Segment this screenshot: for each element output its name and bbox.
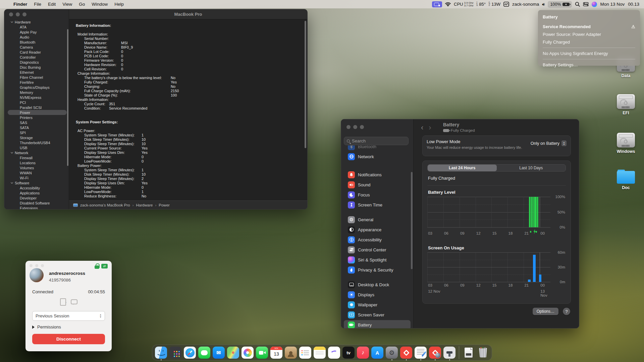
tab-last-10-days[interactable]: Last 10 Days [497,165,566,171]
sidebar-item-pci[interactable]: PCI [4,100,69,105]
cpu-status[interactable]: CPU 3.9 Ghz3.7 Ghz [454,2,473,7]
sidebar-item-locations[interactable]: Locations [4,160,69,165]
sidebar-item-siri-spotlight[interactable]: Siri & Spotlight [344,255,411,265]
sidebar-item-spi[interactable]: SPI [4,130,69,135]
sidebar-item-card-reader[interactable]: Card Reader [4,50,69,55]
chat-icon[interactable] [71,299,77,304]
file-transfer-icon[interactable] [60,298,66,306]
menu-help[interactable]: Help [111,2,127,7]
sidebar-item-accessibility[interactable]: Accessibility [344,235,411,245]
disconnect-button[interactable]: Disconnect [32,334,105,344]
dock-app-app-store[interactable]: A [371,347,383,359]
settings-traffic-lights[interactable] [346,125,364,129]
sidebar-item-camera[interactable]: Camera [4,45,69,50]
sidebar-item-parallel-scsi[interactable]: Parallel SCSI [4,105,69,110]
sidebar-item-sound[interactable]: Sound [344,180,411,190]
volume-icon[interactable]: 🔊︎ [542,2,545,7]
dock-app-contacts[interactable] [285,347,297,359]
minimize-button[interactable] [353,125,357,129]
sidebar-item-privacy-security[interactable]: Privacy & Security [344,265,411,275]
anydesk-traffic-lights[interactable] [30,264,44,267]
sidebar-item-ethernet[interactable]: Ethernet [4,70,69,75]
dock-app-reminders[interactable] [299,347,311,359]
sidebar-item-usb[interactable]: USB [4,145,69,150]
activity-graph-icon[interactable] [503,2,509,7]
dock-app-music[interactable]: ♪ [357,347,369,359]
sidebar-item-memory[interactable]: Memory [4,90,69,95]
sidebar-item-diagnostics[interactable]: Diagnostics [4,60,69,65]
sidebar-item-fibre-channel[interactable]: Fibre Channel [4,75,69,80]
sidebar-item-focus[interactable]: Focus [344,190,411,200]
menu-file[interactable]: File [31,2,45,7]
dock-app-facetime[interactable] [256,347,268,359]
sidebar-item-bluetooth[interactable]: Bluetooth [344,145,411,152]
session-select[interactable]: Previous Session ▲▼ [32,311,105,321]
sysinfo-titlebar[interactable]: MacBook Pro [69,9,307,19]
desktop-icon-efi[interactable]: EFI [616,94,636,115]
desktop-icon-windows[interactable]: Windows [616,133,636,154]
sysinfo-content-scrollbar[interactable] [305,21,306,148]
sysinfo-traffic-lights[interactable] [9,12,26,16]
sidebar-item-audio[interactable]: Audio [4,35,69,40]
sidebar-item-applications[interactable]: Applications [4,190,69,195]
dock-app-anydesk-session[interactable] [429,347,441,359]
sidebar-item-general[interactable]: ⚙General [344,215,411,225]
sidebar-item-displays[interactable]: Displays [344,290,411,300]
dock-app-tv[interactable]: tv [342,347,355,359]
minimize-button[interactable] [16,12,20,16]
dock-app-system-settings[interactable]: ⚙ [386,347,398,359]
sidebar-item-controller[interactable]: Controller [4,55,69,60]
sidebar-item-sas[interactable]: SAS [4,120,69,125]
sidebar-item-wallpaper[interactable]: Wallpaper [344,300,411,310]
dock-app-mail[interactable]: ✉ [213,347,225,359]
dock-app-finder[interactable] [155,347,167,359]
user-menu[interactable]: zack-sonoma [512,2,539,7]
battery-settings-item[interactable]: Battery Settings… [538,61,640,69]
control-center-icon[interactable] [583,2,589,6]
zoom-button[interactable] [360,125,364,129]
sidebar-item-power[interactable]: Power [4,110,69,115]
dock-app-safari[interactable] [184,347,196,359]
breadcrumb-power[interactable]: Power [159,203,170,207]
sidebar-item-notifications[interactable]: Notifications [344,170,411,180]
forward-arrow-icon[interactable]: › [429,123,431,132]
sidebar-item-network[interactable]: Network [344,152,411,162]
wifi-icon[interactable] [445,2,451,6]
sidebar-item-battery[interactable]: Battery [344,320,411,328]
sidebar-item-disc-burning[interactable]: Disc Burning [4,65,69,70]
sidebar-item-disabled-software[interactable]: Disabled Software [4,200,69,205]
sidebar-item-screen-saver[interactable]: Screen Saver [344,310,411,320]
sidebar-item-wwan[interactable]: WWAN [4,170,69,175]
spotlight-icon[interactable] [575,2,580,7]
dock-app-archive-tool[interactable] [443,347,455,359]
sidebar-item-screen-time[interactable]: Screen Time [344,200,411,210]
sidebar-item-firewall[interactable]: Firewall [4,155,69,160]
breadcrumb-hardware[interactable]: Hardware [136,203,153,207]
sidebar-item-wi-fi[interactable]: Wi-Fi [4,175,69,180]
sidebar-item-sata[interactable]: SATA [4,125,69,130]
dock-app-maps[interactable] [227,347,239,359]
dock-app-calendar[interactable]: NOV13 [270,347,282,359]
sidebar-item-printers[interactable]: Printers [4,115,69,120]
sidebar-item-nvmexpress[interactable]: NVMExpress [4,95,69,100]
screen-sharing-indicator-icon[interactable] [432,1,442,7]
sidebar-item-thunderbolt-usb4[interactable]: Thunderbolt/USB4 [4,140,69,145]
sidebar-item-apple-pay[interactable]: Apple Pay [4,29,69,35]
dock-app-photos[interactable] [241,347,254,359]
menu-edit[interactable]: Edit [45,2,59,7]
tab-last-24-hours[interactable]: Last 24 Hours [428,165,497,171]
sidebar-item-storage[interactable]: Storage [4,135,69,140]
dock-app-textedit[interactable] [415,347,427,359]
close-button[interactable] [9,12,13,16]
close-button[interactable] [346,125,351,129]
sidebar-item-ata[interactable]: ATA [4,24,69,29]
sidebar-item-firewire[interactable]: FireWire [4,80,69,85]
dock-app-anydesk[interactable] [400,347,412,359]
settings-search-field[interactable]: Search [344,137,409,145]
sidebar-item-accessibility[interactable]: Accessibility [4,185,69,190]
menu-finder[interactable]: Finder [10,2,31,7]
sidebar-item-volumes[interactable]: Volumes [4,165,69,170]
permissions-disclosure[interactable]: Permissions [32,324,61,329]
dock-app-document[interactable] [463,347,475,359]
breadcrumb-device[interactable]: zack-sonoma’s MacBook Pro [80,203,130,207]
